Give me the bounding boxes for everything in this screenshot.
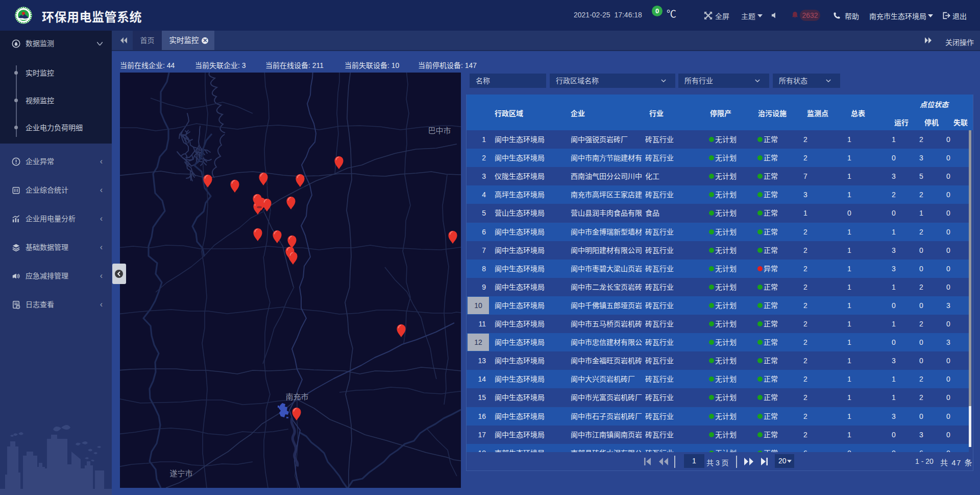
svg-text:遂宁市: 遂宁市 (169, 467, 192, 478)
svg-text:巴中市: 巴中市 (428, 125, 451, 135)
svg-text:南充市: 南充市 (285, 391, 308, 402)
